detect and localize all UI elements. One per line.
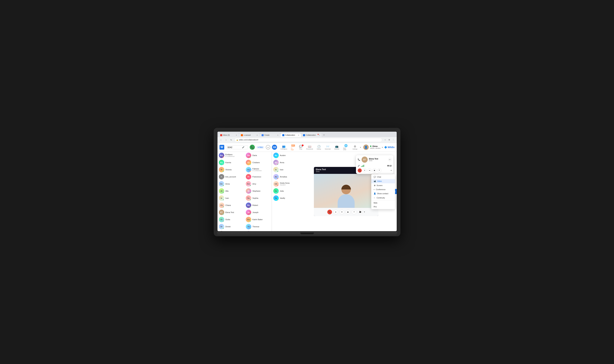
- contact-ivan[interactable]: Iv Ivan: [217, 195, 245, 202]
- status-katrin: [250, 221, 251, 222]
- nav-expand[interactable]: ▾: [359, 146, 361, 149]
- status-cristiano: [250, 164, 251, 165]
- contact-annalisa[interactable]: An Annalisa: [272, 173, 295, 180]
- contact-ivan-r-info: Ivan: [280, 169, 283, 171]
- contact-anna-r[interactable]: An Anna: [272, 159, 295, 166]
- contact-vasilly[interactable]: Va Vasilly: [272, 195, 295, 202]
- contact-dimitri[interactable]: Di Dimitri: [217, 223, 245, 230]
- contact-comwms[interactable]: 👥 Com-WMS: [217, 230, 245, 231]
- cw-pause-button[interactable]: ⏸: [363, 169, 367, 172]
- contact-austen[interactable]: Au Austen: [272, 152, 295, 159]
- contact-therese-info: Therese: [253, 226, 259, 228]
- add-button[interactable]: +: [266, 145, 270, 149]
- dropdown-conference[interactable]: + Conference: [371, 187, 395, 192]
- call-widget-tag[interactable]: 🏷: [388, 158, 392, 161]
- tab-collab2[interactable]: Collaboration ✕: [301, 133, 322, 137]
- nav-fnkeys[interactable]: ⌨ Fn keys: [289, 143, 297, 151]
- contact-stephane[interactable]: St Stephane: [244, 187, 272, 195]
- dialpad-input[interactable]: [227, 146, 241, 149]
- tab-gmail[interactable]: Inbox (3) ✕: [218, 133, 239, 137]
- contact-amy[interactable]: Am Amy: [244, 180, 272, 187]
- contact-sylvia[interactable]: Sy Sylvia: [244, 230, 272, 231]
- nav-webcrm[interactable]: 🌐 Web CRM: [341, 143, 350, 151]
- user-chevron[interactable]: ▾: [382, 146, 383, 148]
- nav-history[interactable]: 🕐 History: [315, 144, 323, 150]
- extensions-button[interactable]: ⚙: [387, 138, 391, 142]
- contact-chiara-info: Chiara: [226, 204, 231, 206]
- contact-emiliano[interactable]: Em Emilianoin conference: [217, 152, 245, 159]
- contact-julia[interactable]: Ju Julia: [272, 187, 295, 195]
- vc-dialpad-button[interactable]: ⠿: [352, 210, 357, 214]
- tab-gmail-close[interactable]: ✕: [236, 134, 237, 136]
- contact-giulia-info: Giulia: [226, 219, 230, 221]
- fnkeys-active-button[interactable]: ⌨: [272, 145, 277, 150]
- contact-testaccount[interactable]: ta test_account: [217, 173, 245, 180]
- contacts-sidebar: Em Emilianoin conference Ks Ksenia Vi Vi…: [217, 152, 272, 231]
- avatar-testaccount: ta: [219, 174, 224, 180]
- new-tab-button[interactable]: +: [322, 133, 326, 137]
- vc-pause-button[interactable]: ⏸: [334, 210, 338, 214]
- contact-elenatest[interactable]: ET Elena Test: [217, 209, 245, 216]
- contact-joseph[interactable]: Jo Joseph: [244, 209, 272, 216]
- contact-victoria[interactable]: Vi Victoria: [217, 166, 245, 173]
- back-button[interactable]: ‹: [219, 138, 223, 142]
- dropdown-web[interactable]: Web: [371, 201, 395, 205]
- contact-ivan-r[interactable]: Iv Ivan: [272, 166, 295, 173]
- dropdown-showcontact[interactable]: 👤 Show contact: [371, 192, 395, 196]
- contact-chiara[interactable]: Ch Chiara: [217, 202, 245, 209]
- contact-katrin[interactable]: Ka Katrin Baker: [244, 216, 272, 223]
- contact-robert[interactable]: Ro Robert: [244, 202, 272, 209]
- web-badge[interactable]: ▾ Web: [256, 146, 264, 149]
- contact-sophia[interactable]: So Sophia: [244, 195, 272, 202]
- tab-caracal[interactable]: x-caracal ✕: [239, 133, 260, 137]
- tab-create[interactable]: Create ✕: [260, 133, 280, 137]
- contact-giuliasona[interactable]: GS Giulia SonaVacation: [272, 180, 295, 187]
- vc-record-button[interactable]: ⏺: [346, 210, 350, 214]
- vc-video-button[interactable]: 🎥: [358, 210, 363, 214]
- nav-webinar[interactable]: 📺 Webinar: [333, 144, 341, 150]
- call-button[interactable]: 📞: [250, 145, 255, 150]
- contact-anna[interactable]: An Anna: [217, 180, 245, 187]
- dropdown-continuity[interactable]: ↔ Continuity: [371, 196, 395, 200]
- cw-more-button[interactable]: ▾: [391, 169, 392, 171]
- contact-cristiano[interactable]: Cr Cristiano: [244, 159, 272, 166]
- reload-button[interactable]: ↻: [229, 138, 233, 142]
- dropdown-chat[interactable]: 💬 Chat: [371, 175, 395, 179]
- tab-create-close[interactable]: ✕: [277, 134, 279, 136]
- contact-therese[interactable]: Th Therese: [244, 223, 272, 230]
- nav-colleagues[interactable]: 👥 Colleagues: [279, 144, 289, 150]
- dropdown-any[interactable]: Any: [371, 205, 395, 208]
- tab-caracal-close[interactable]: ✕: [256, 134, 258, 136]
- avatar-joseph: Jo: [246, 210, 251, 215]
- tab-collab1-close[interactable]: ✕: [298, 134, 299, 136]
- forward-button[interactable]: ›: [224, 138, 228, 142]
- avatar-comwms: 👥: [219, 231, 224, 231]
- vc-transfer-button[interactable]: ➡: [339, 210, 344, 214]
- contact-fabrizio[interactable]: Fa Fabrizioin conference: [244, 166, 272, 173]
- nav-phonebook[interactable]: 📖 Phonebook: [305, 144, 315, 150]
- vc-more-button[interactable]: ▾: [364, 211, 365, 213]
- contact-daria[interactable]: Da Daria: [244, 152, 272, 159]
- cw-transfer-button[interactable]: ➡: [368, 169, 372, 172]
- nav-settings[interactable]: ⚙ Settings: [351, 144, 359, 150]
- dropdown-screen[interactable]: 🖥 Screen: [371, 183, 395, 187]
- contact-francesco[interactable]: Fr Francesco: [244, 173, 272, 180]
- dropdown-video[interactable]: 📹 Video: [371, 179, 395, 183]
- contact-alla[interactable]: Al Alla: [217, 187, 245, 195]
- cw-record-button[interactable]: ⏺: [373, 169, 376, 172]
- status-victoria: [223, 171, 224, 172]
- tab-collab1[interactable]: Collaboration ✕: [280, 133, 301, 137]
- contact-col-mid: Da Daria Cr Cristiano Fa Fabrizioin conf…: [244, 152, 272, 231]
- cw-dialpad-button[interactable]: ⠿: [377, 169, 381, 172]
- contact-ksenia[interactable]: Ks Ksenia: [217, 159, 245, 166]
- contact-giulia[interactable]: Gi Giulia: [217, 216, 245, 223]
- nav-voicemail[interactable]: 📨 Voicemail: [323, 144, 332, 150]
- cw-hangup-button[interactable]: 📞: [358, 169, 362, 172]
- address-bar[interactable]: 🔒 wildix.com/collaboration/#: [234, 138, 382, 142]
- face-shape: [341, 191, 351, 194]
- bookmark-button[interactable]: ☆: [384, 138, 387, 142]
- nav-chat[interactable]: 💬 1 Chat: [297, 144, 304, 150]
- vc-hangup-button[interactable]: 📞: [327, 210, 332, 214]
- more-button[interactable]: ⋮: [392, 138, 395, 142]
- tab-collab2-close[interactable]: ✕: [319, 134, 320, 136]
